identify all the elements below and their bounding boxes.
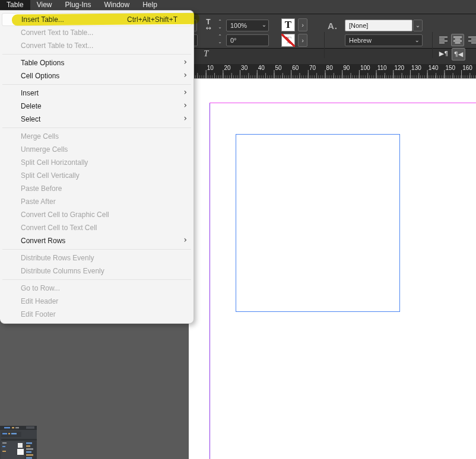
menu-separator <box>2 84 191 85</box>
ruler-label: 160 <box>462 65 472 71</box>
language-value: Hebrew <box>349 37 372 44</box>
table-dropdown-menu: Insert Table... Ctrl+Alt+Shift+T Convert… <box>0 10 194 324</box>
ruler-label: 30 <box>241 65 247 71</box>
horizontal-ruler[interactable]: 10 20 30 40 50 60 70 80 90 100 110 120 1… <box>189 64 476 79</box>
align-right-icon <box>468 36 476 44</box>
character-stroke-none-swatch[interactable]: T <box>281 34 295 47</box>
toolbar-separator <box>432 32 433 58</box>
language-select[interactable]: Hebrew ⌄ <box>345 34 423 46</box>
ruler-label: 70 <box>309 65 316 71</box>
text-frame[interactable] <box>236 134 400 312</box>
menu-item-go-to-row: Go to Row... <box>0 282 193 295</box>
paragraph-ltr-button[interactable]: ▶¶ <box>437 48 450 60</box>
menu-item-label: Cell Options <box>21 72 59 80</box>
ruler-label: 150 <box>446 65 456 71</box>
menu-item-convert-text-to-table: Convert Text to Table... <box>0 26 193 39</box>
paragraph-rtl-button[interactable]: ¶◀ <box>452 48 465 60</box>
menu-separator <box>2 249 191 250</box>
ruler-label: 110 <box>377 65 387 71</box>
skew-input[interactable]: 0° <box>226 34 269 46</box>
menu-item-convert-rows[interactable]: Convert Rows › <box>0 234 193 247</box>
menubar-item-help[interactable]: Help <box>136 0 164 10</box>
menu-item-edit-header: Edit Header <box>0 295 193 308</box>
chevron-down-icon[interactable]: ⌄ <box>259 20 269 31</box>
menu-separator <box>2 54 191 55</box>
submenu-chevron-icon: › <box>183 113 187 123</box>
menu-item-label: Table Options <box>21 59 64 67</box>
menu-item-table-options[interactable]: Table Options › <box>0 56 193 69</box>
fill-options-button[interactable]: › <box>298 18 307 31</box>
menu-item-convert-cell-to-graphic-cell: Convert Cell to Graphic Cell <box>0 208 193 221</box>
menu-item-label: Insert <box>21 89 39 97</box>
character-style-icon: A. <box>328 21 338 31</box>
column-guide-vertical <box>210 103 210 459</box>
menu-item-convert-cell-to-text-cell: Convert Cell to Text Cell <box>0 221 193 234</box>
toolbar-separator <box>324 32 325 58</box>
menu-item-label: Convert Rows <box>21 237 65 245</box>
stroke-options-button[interactable]: › <box>298 34 307 47</box>
align-center-icon <box>453 36 462 44</box>
menu-item-label: Select <box>21 115 40 123</box>
menu-item-select[interactable]: Select › <box>0 113 193 126</box>
ruler-label: 80 <box>326 65 333 71</box>
submenu-chevron-icon: › <box>183 235 187 244</box>
ruler-label: 60 <box>292 65 299 71</box>
submenu-chevron-icon: › <box>183 70 187 79</box>
chevron-down-icon: ⌄ <box>415 35 420 46</box>
submenu-chevron-icon: › <box>183 100 187 110</box>
submenu-chevron-icon: › <box>183 57 187 66</box>
yellow-marker-highlight <box>12 13 199 26</box>
ruler-label: 10 <box>207 65 214 71</box>
menu-item-split-cell-horizontally: Split Cell Horizontally <box>0 156 193 169</box>
align-left-button[interactable] <box>437 34 450 46</box>
menu-item-paste-before: Paste Before <box>0 182 193 195</box>
menu-item-merge-cells: Merge Cells <box>0 130 193 143</box>
ruler-label: 120 <box>394 65 404 71</box>
skew-stepper[interactable]: ⌃⌄ <box>216 34 224 46</box>
menu-item-convert-table-to-text: Convert Table to Text... <box>0 39 193 52</box>
submenu-chevron-icon: › <box>183 87 187 97</box>
character-style-select[interactable]: [None] <box>345 20 412 31</box>
ruler-label: 130 <box>411 65 421 71</box>
menubar-item-view[interactable]: View <box>30 0 59 10</box>
align-center-button[interactable] <box>451 34 464 46</box>
menu-item-cell-options[interactable]: Cell Options › <box>0 69 193 82</box>
character-fill-color-swatch[interactable]: T <box>281 18 295 31</box>
horizontal-scale-icon: T ↔ <box>202 19 214 31</box>
indesign-application-window: 10 20 30 40 50 60 70 80 90 100 110 120 1… <box>0 0 476 459</box>
menubar-item-window[interactable]: Window <box>98 0 137 10</box>
menu-item-paste-after: Paste After <box>0 195 193 208</box>
menu-item-split-cell-vertically: Split Cell Vertically <box>0 169 193 182</box>
align-left-icon <box>439 36 448 44</box>
ruler-label: 20 <box>224 65 230 71</box>
menu-item-unmerge-cells: Unmerge Cells <box>0 143 193 156</box>
screen-preview-thumbnail <box>0 425 40 459</box>
menu-item-distribute-rows-evenly: Distribute Rows Evenly <box>0 251 193 264</box>
scale-stepper[interactable]: ⌃⌄ <box>216 20 224 31</box>
ruler-label: 90 <box>343 65 350 71</box>
menu-item-edit-footer: Edit Footer <box>0 308 193 321</box>
margin-guide-horizontal <box>210 103 476 103</box>
menu-item-distribute-columns-evenly: Distribute Columns Evenly <box>0 264 193 278</box>
align-right-button[interactable] <box>466 34 476 46</box>
menubar-item-table[interactable]: Table <box>0 0 30 10</box>
menubar-item-plugins[interactable]: Plug-Ins <box>58 0 97 10</box>
menu-item-label: Delete <box>21 102 42 110</box>
skew-icon: T <box>204 49 208 59</box>
menu-item-delete[interactable]: Delete › <box>0 100 193 113</box>
ruler-label: 50 <box>275 65 282 71</box>
ruler-label: 40 <box>258 65 265 71</box>
menu-item-insert[interactable]: Insert › <box>0 87 193 100</box>
menu-separator <box>2 279 191 280</box>
chevron-down-icon[interactable]: ⌄ <box>413 20 423 31</box>
ruler-label: 100 <box>360 65 370 71</box>
ruler-label: 140 <box>429 65 439 71</box>
menu-separator <box>2 128 191 128</box>
